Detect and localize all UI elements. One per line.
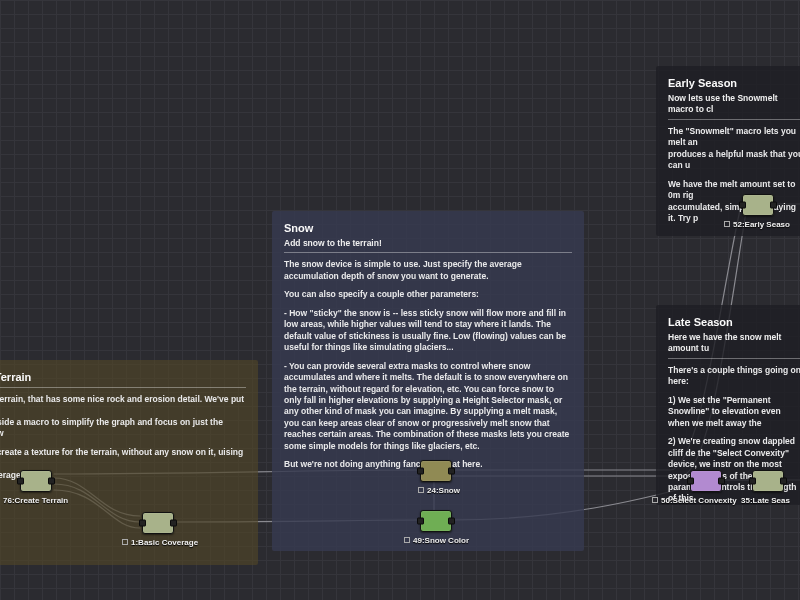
group-text: - You can provide several extra masks to…	[284, 361, 572, 453]
group-text: - How "sticky" the snow is -- less stick…	[284, 308, 572, 354]
group-title: Early Season	[668, 76, 800, 91]
group-subtitle: Now lets use the Snowmelt macro to cl	[668, 93, 800, 120]
node-label: 50:Select Convexity 35:Late Seas	[652, 496, 790, 505]
group-text: The snow device is simple to use. Just s…	[284, 259, 572, 282]
checkbox-icon	[122, 539, 128, 545]
node-basic-coverage[interactable]	[142, 512, 174, 534]
checkbox-icon	[404, 537, 410, 543]
node-label: 49:Snow Color	[404, 536, 469, 545]
group-subtitle: Here we have the snow melt amount tu	[668, 332, 800, 359]
checkbox-icon	[418, 487, 424, 493]
group-text: n inside a macro to simplify the graph a…	[0, 417, 246, 440]
group-subtitle: Add snow to the terrain!	[284, 238, 572, 253]
group-create-terrain[interactable]: te Terrain ple terrain, that has some ni…	[0, 360, 258, 565]
group-text: There's a couple things going on here:	[668, 365, 800, 388]
node-late-season[interactable]	[752, 470, 784, 492]
group-text: We have the melt amount set to 0m rig	[668, 179, 800, 202]
group-title: te Terrain	[0, 370, 246, 385]
checkbox-icon	[724, 221, 730, 227]
group-text: 1) We set the "Permanent Snowline" to el…	[668, 395, 800, 429]
node-label: 24:Snow	[418, 486, 460, 495]
group-text: ple terrain, that has some nice rock and…	[0, 394, 246, 417]
node-label: 76:Create Terrain	[0, 496, 68, 505]
node-snow[interactable]	[420, 460, 452, 482]
node-early-season[interactable]	[742, 194, 774, 216]
node-create-terrain[interactable]	[20, 470, 52, 492]
group-subtitle	[0, 387, 246, 388]
group-snow[interactable]: Snow Add snow to the terrain! The snow d…	[272, 211, 584, 551]
checkbox-icon	[652, 497, 658, 503]
group-title: Late Season	[668, 315, 800, 330]
group-text: produces a helpful mask that you can u	[668, 149, 800, 172]
group-title: Snow	[284, 221, 572, 236]
group-early-season[interactable]: Early Season Now lets use the Snowmelt m…	[656, 66, 800, 236]
group-text: The "Snowmelt" macro lets you melt an	[668, 126, 800, 149]
node-label: 52:Early Seaso	[724, 220, 790, 229]
node-label: 1:Basic Coverage	[122, 538, 198, 547]
node-select-convexity[interactable]	[690, 470, 722, 492]
node-snow-color[interactable]	[420, 510, 452, 532]
group-text: lso create a texture for the terrain, wi…	[0, 447, 246, 470]
group-text: You can also specify a couple other para…	[284, 289, 572, 300]
